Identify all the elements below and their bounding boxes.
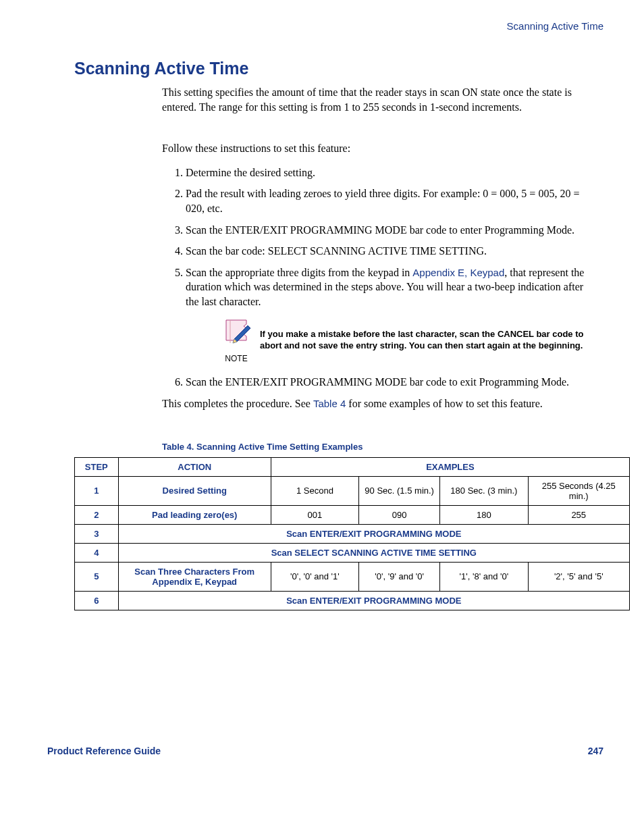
cell: 90 Sec. (1.5 min.) bbox=[359, 476, 440, 505]
cell-action: Pad leading zero(es) bbox=[118, 505, 271, 524]
cell: 255 bbox=[528, 505, 630, 524]
table-head-row: STEP ACTION EXAMPLES bbox=[75, 457, 630, 476]
note-text: If you make a mistake before the last ch… bbox=[260, 316, 597, 365]
step-5: Scan the appropriate three digits from t… bbox=[186, 265, 597, 365]
cell: 001 bbox=[271, 505, 358, 524]
table-link[interactable]: Table 4 bbox=[313, 398, 346, 409]
appendix-link[interactable]: Appendix E, Keypad bbox=[412, 267, 504, 278]
cell-span: Scan ENTER/EXIT PROGRAMMING MODE bbox=[118, 591, 629, 610]
page-footer: Product Reference Guide 247 bbox=[47, 746, 603, 756]
cell-action: Scan Three Characters From Appendix E, K… bbox=[118, 562, 271, 591]
cell: 090 bbox=[359, 505, 440, 524]
page-number: 247 bbox=[588, 746, 603, 756]
col-action: ACTION bbox=[118, 457, 271, 476]
cell-step: 3 bbox=[75, 524, 119, 543]
table-row: 1 Desired Setting 1 Second 90 Sec. (1.5 … bbox=[75, 476, 630, 505]
cell: '1', '8' and '0' bbox=[440, 562, 528, 591]
page-title: Scanning Active Time bbox=[74, 59, 603, 78]
table-row: 2 Pad leading zero(es) 001 090 180 255 bbox=[75, 505, 630, 524]
r5-action-a: Scan Three Characters From bbox=[134, 567, 254, 577]
cell-step: 6 bbox=[75, 591, 119, 610]
table-row: 6 Scan ENTER/EXIT PROGRAMMING MODE bbox=[75, 591, 630, 610]
outro-a: This completes the procedure. See bbox=[162, 398, 313, 409]
footer-left: Product Reference Guide bbox=[47, 746, 161, 756]
body-content: This setting specifies the amount of tim… bbox=[162, 85, 597, 411]
intro-paragraph: This setting specifies the amount of tim… bbox=[162, 85, 597, 114]
cell: '0', '0' and '1' bbox=[271, 562, 358, 591]
cell-step: 1 bbox=[75, 476, 119, 505]
instruction-list: Determine the desired setting. Pad the r… bbox=[162, 165, 597, 390]
follow-paragraph: Follow these instructions to set this fe… bbox=[162, 141, 597, 156]
step-2: Pad the result with leading zeroes to yi… bbox=[186, 186, 597, 215]
examples-table: STEP ACTION EXAMPLES 1 Desired Setting 1… bbox=[74, 457, 630, 610]
cell-span: Scan ENTER/EXIT PROGRAMMING MODE bbox=[118, 524, 629, 543]
note-icon bbox=[221, 316, 252, 347]
cell-step: 5 bbox=[75, 562, 119, 591]
table-row: 3 Scan ENTER/EXIT PROGRAMMING MODE bbox=[75, 524, 630, 543]
cell: 180 Sec. (3 min.) bbox=[440, 476, 528, 505]
appendix-link-table[interactable]: Appendix E, Keypad bbox=[152, 577, 237, 587]
cell: 1 Second bbox=[271, 476, 358, 505]
note-label: NOTE bbox=[213, 353, 260, 364]
step-3: Scan the ENTER/EXIT PROGRAMMING MODE bar… bbox=[186, 223, 597, 238]
running-header: Scanning Active Time bbox=[47, 20, 603, 32]
page: Scanning Active Time Scanning Active Tim… bbox=[0, 0, 644, 810]
cell-action: Desired Setting bbox=[118, 476, 271, 505]
outro-b: for some examples of how to set this fea… bbox=[346, 398, 542, 409]
cell-span: Scan SELECT SCANNING ACTIVE TIME SETTING bbox=[118, 543, 629, 562]
cell-step: 4 bbox=[75, 543, 119, 562]
step-5-text-a: Scan the appropriate three digits from t… bbox=[186, 267, 412, 278]
col-examples: EXAMPLES bbox=[271, 457, 629, 476]
cell-step: 2 bbox=[75, 505, 119, 524]
step-6: Scan the ENTER/EXIT PROGRAMMING MODE bar… bbox=[186, 375, 597, 390]
cell: 180 bbox=[440, 505, 528, 524]
table-row: 4 Scan SELECT SCANNING ACTIVE TIME SETTI… bbox=[75, 543, 630, 562]
step-1: Determine the desired setting. bbox=[186, 165, 597, 180]
cell: '0', '9' and '0' bbox=[359, 562, 440, 591]
table-caption: Table 4. Scanning Active Time Setting Ex… bbox=[162, 442, 603, 452]
step-4: Scan the bar code: SELECT SCANNING ACTIV… bbox=[186, 244, 597, 259]
outro-paragraph: This completes the procedure. See Table … bbox=[162, 396, 597, 411]
cell: 255 Seconds (4.25 min.) bbox=[528, 476, 630, 505]
col-step: STEP bbox=[75, 457, 119, 476]
cell: '2', '5' and '5' bbox=[528, 562, 630, 591]
table-row: 5 Scan Three Characters From Appendix E,… bbox=[75, 562, 630, 591]
note-block: NOTE If you make a mistake before the la… bbox=[213, 316, 597, 365]
